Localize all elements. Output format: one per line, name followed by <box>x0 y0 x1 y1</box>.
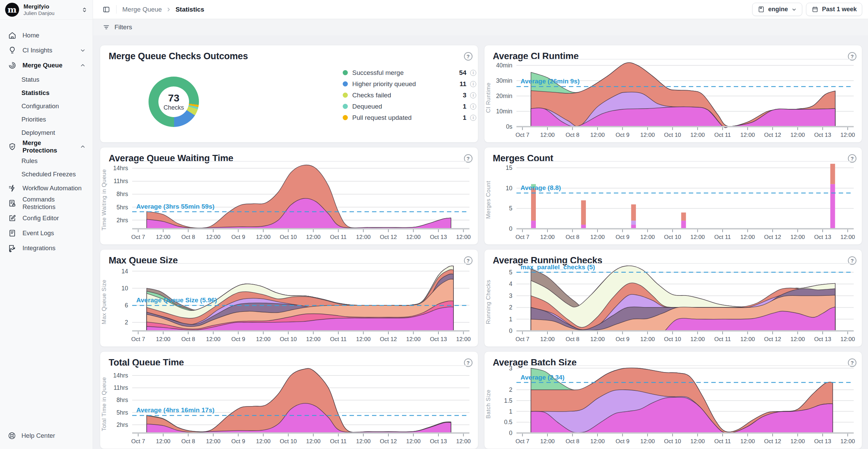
svg-text:12:00: 12:00 <box>740 234 755 240</box>
info-icon[interactable]: i <box>470 92 476 98</box>
sidebar-item-workflow-automation[interactable]: Workflow Automation <box>0 181 93 196</box>
divider <box>116 5 117 14</box>
legend-label: Dequeued <box>352 103 463 110</box>
svg-text:12:00: 12:00 <box>540 438 555 445</box>
svg-text:12:00: 12:00 <box>156 234 171 240</box>
sidebar: m Mergifyio Julien Danjou Home CI Insigh… <box>0 0 93 449</box>
sidebar-item-scheduled-freezes[interactable]: Scheduled Freezes <box>0 167 93 181</box>
svg-text:0: 0 <box>509 225 512 232</box>
svg-text:15: 15 <box>506 164 512 171</box>
checks-outcomes-donut[interactable]: 73 Checks <box>149 77 199 127</box>
help-icon[interactable]: ? <box>464 52 472 61</box>
card-total-queue-time: Total Queue Time ? Total Time in Queue 2… <box>100 351 478 449</box>
svg-text:3: 3 <box>509 292 512 299</box>
svg-text:12:00: 12:00 <box>640 336 655 342</box>
legend-value: 54 <box>459 69 466 77</box>
merges-count-chart[interactable]: 051015Oct 712:00Oct 812:00Oct 912:00Oct … <box>494 157 858 243</box>
sidebar-toggle-button[interactable] <box>102 5 110 14</box>
svg-text:Oct 8: Oct 8 <box>181 438 195 445</box>
svg-text:12:00: 12:00 <box>740 336 755 342</box>
legend-value: 1 <box>463 114 466 122</box>
help-center-label: Help Center <box>21 432 55 439</box>
date-range-button[interactable]: Past 1 week <box>806 3 862 16</box>
sidebar-item-rules[interactable]: Rules <box>0 154 93 167</box>
lightbulb-icon <box>8 46 17 55</box>
sidebar-item-ci-insights[interactable]: CI Insights <box>0 43 93 58</box>
svg-text:12:00: 12:00 <box>840 336 855 342</box>
info-icon[interactable]: i <box>470 70 476 76</box>
sidebar-item-statistics[interactable]: Statistics <box>0 86 93 99</box>
legend-item[interactable]: Pull request updated1i <box>343 112 476 123</box>
workspace-caret-icon[interactable] <box>81 6 88 13</box>
svg-text:Oct 7: Oct 7 <box>131 336 145 342</box>
sidebar-item-label: Integrations <box>22 244 56 252</box>
legend-dot <box>343 81 348 86</box>
svg-text:Oct 12: Oct 12 <box>764 438 781 445</box>
svg-text:5hrs: 5hrs <box>117 409 128 416</box>
svg-text:5: 5 <box>509 205 512 212</box>
legend-item[interactable]: Dequeued1i <box>343 101 476 112</box>
breadcrumb-parent[interactable]: Merge Queue <box>122 6 162 13</box>
svg-text:Oct 7: Oct 7 <box>131 234 145 240</box>
svg-text:14: 14 <box>122 268 128 275</box>
repository-select[interactable]: engine <box>752 3 802 16</box>
sidebar-item-integrations[interactable]: Integrations <box>0 241 93 256</box>
legend-item[interactable]: Higher priority queued11i <box>343 78 476 90</box>
info-icon[interactable]: i <box>470 81 476 87</box>
sidebar-item-label: Priorities <box>21 116 46 123</box>
queue-waiting-time-chart[interactable]: 2hrs5hrs8hrs11hrs14hrsOct 712:00Oct 812:… <box>110 157 474 243</box>
svg-text:Oct 12: Oct 12 <box>764 336 781 342</box>
svg-text:14hrs: 14hrs <box>113 165 128 172</box>
workspace-switcher[interactable]: m Mergifyio Julien Danjou <box>0 0 93 20</box>
info-icon[interactable]: i <box>470 103 476 110</box>
sidebar-item-merge-protections[interactable]: Merge Protections <box>0 139 93 154</box>
svg-text:Oct 10: Oct 10 <box>664 132 681 138</box>
sidebar-item-merge-queue[interactable]: Merge Queue <box>0 58 93 73</box>
sidebar-item-deployment[interactable]: Deployment <box>0 126 93 139</box>
svg-text:Oct 12: Oct 12 <box>380 438 397 445</box>
y-axis-label: Running Checks <box>485 280 492 324</box>
sidebar-item-status[interactable]: Status <box>0 73 93 86</box>
help-center-link[interactable]: Help Center <box>0 422 93 449</box>
topbar: Merge Queue Statistics engine Past 1 wee… <box>93 0 868 19</box>
puzzle-icon <box>8 244 17 253</box>
total-queue-time-chart[interactable]: 2hrs5hrs8hrs11hrs14hrsOct 712:00Oct 812:… <box>110 362 474 447</box>
chevron-up-icon <box>80 62 86 68</box>
batch-size-chart[interactable]: 00.511.523Oct 712:00Oct 812:00Oct 912:00… <box>494 362 858 447</box>
sidebar-item-configuration[interactable]: Configuration <box>0 99 93 113</box>
y-axis-label: Batch Size <box>485 389 492 418</box>
legend-item[interactable]: Successful merge54i <box>343 67 476 78</box>
svg-text:10: 10 <box>122 285 128 292</box>
sidebar-item-home[interactable]: Home <box>0 28 93 43</box>
running-checks-chart[interactable]: 012345Oct 712:00Oct 812:00Oct 912:00Oct … <box>494 259 858 345</box>
svg-text:Average (2.34): Average (2.34) <box>521 374 564 381</box>
svg-text:Average (3hrs 55min 59s): Average (3hrs 55min 59s) <box>136 203 215 210</box>
y-axis-label: Merges Count <box>485 181 492 219</box>
svg-text:8hrs: 8hrs <box>117 397 128 403</box>
sidebar-item-priorities[interactable]: Priorities <box>0 113 93 126</box>
svg-text:12:00: 12:00 <box>206 336 221 342</box>
sidebar-item-label: Merge Queue <box>22 62 62 69</box>
sidebar-item-commands-restrictions[interactable]: Commands Restrictions <box>0 196 93 211</box>
svg-text:2: 2 <box>125 319 128 326</box>
sidebar-item-label: Merge Protections <box>22 139 74 154</box>
sidebar-item-event-logs[interactable]: Event Logs <box>0 226 93 241</box>
legend-value: 11 <box>460 80 466 88</box>
sidebar-item-config-editor[interactable]: Config Editor <box>0 211 93 226</box>
svg-text:40min: 40min <box>496 62 512 69</box>
svg-text:Oct 9: Oct 9 <box>231 234 245 240</box>
svg-text:12:00: 12:00 <box>840 438 855 445</box>
dashboard-grid: Merge Queue Checks Outcomes ? 73 Checks … <box>93 35 868 449</box>
svg-text:12:00: 12:00 <box>690 234 705 240</box>
svg-text:20min: 20min <box>496 93 512 99</box>
max-queue-size-chart[interactable]: 261014Oct 712:00Oct 812:00Oct 912:00Oct … <box>110 259 474 345</box>
svg-text:12:00: 12:00 <box>406 438 421 445</box>
info-icon[interactable]: i <box>470 115 476 121</box>
zap-icon <box>8 184 17 193</box>
ci-runtime-chart[interactable]: 0s10min20min30min40minOct 712:00Oct 812:… <box>494 55 858 141</box>
svg-text:12:00: 12:00 <box>356 438 371 445</box>
filters-button[interactable]: Filters <box>114 23 132 31</box>
legend-item[interactable]: Checks failed3i <box>343 90 476 101</box>
legend-label: Successful merge <box>352 69 459 77</box>
svg-text:Oct 11: Oct 11 <box>330 336 347 342</box>
